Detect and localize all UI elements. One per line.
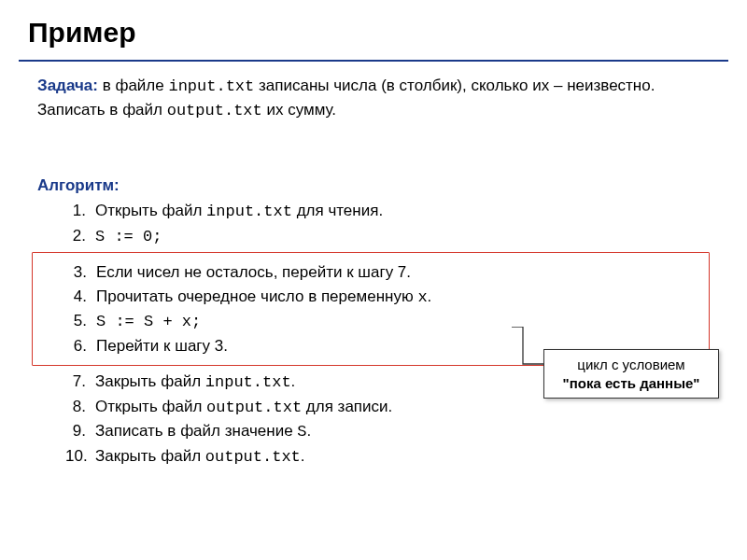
- step-text: Если чисел не осталось, перейти к шагу 7…: [96, 260, 411, 285]
- step-text-post: .: [291, 372, 296, 390]
- steps-loop: 3.Если чисел не осталось, перейти к шагу…: [38, 260, 709, 357]
- step-text: Прочитать очередное число в переменную x…: [96, 285, 431, 310]
- callout-line2: "пока есть данные": [550, 374, 712, 393]
- step-text-post: для записи.: [302, 398, 392, 415]
- task-text-1: в файле: [98, 77, 169, 94]
- step-code: input.txt: [205, 373, 291, 391]
- step-code: x: [417, 288, 427, 306]
- step-number: 2.: [65, 224, 95, 249]
- step-number: 1.: [65, 199, 95, 224]
- step-text: Записать в файл значение S.: [95, 419, 311, 444]
- callout-box: цикл с условием "пока есть данные": [543, 349, 719, 399]
- step-text-post: .: [428, 287, 432, 305]
- step-number: 10.: [65, 444, 95, 469]
- step-text-pre: Закрыть файл: [95, 447, 205, 465]
- task-statement: Задача: в файле input.txt записаны числа…: [37, 75, 710, 122]
- step-number: 9.: [65, 419, 95, 444]
- step-code: output.txt: [206, 399, 302, 416]
- step-code: output.txt: [205, 448, 301, 466]
- step-item: 9.Записать в файл значение S.: [65, 419, 710, 444]
- step-text: Перейти к шагу 3.: [96, 334, 228, 358]
- step-text-pre: Если чисел не осталось, перейти к шагу 7…: [96, 263, 411, 281]
- step-text-post: для чтения.: [292, 202, 383, 219]
- step-text-pre: Записать в файл значение: [95, 422, 297, 440]
- step-code: input.txt: [206, 203, 292, 220]
- step-item: 1.Открыть файл input.txt для чтения.: [65, 199, 710, 224]
- task-filename-1: input.txt: [168, 77, 254, 95]
- step-item: 4.Прочитать очередное число в переменную…: [66, 285, 709, 310]
- step-text-post: .: [301, 447, 305, 465]
- step-number: 3.: [66, 260, 96, 285]
- step-item: 3.Если чисел не осталось, перейти к шагу…: [66, 260, 709, 285]
- step-text-pre: Перейти к шагу 3.: [96, 337, 228, 355]
- step-number: 7.: [65, 370, 95, 395]
- step-text: Закрыть файл input.txt.: [95, 370, 295, 395]
- step-number: 6.: [66, 334, 96, 358]
- step-code: S := 0;: [95, 228, 162, 245]
- step-item: 10.Закрыть файл output.txt.: [65, 444, 710, 469]
- steps-top: 1.Открыть файл input.txt для чтения.2.S …: [37, 199, 710, 248]
- step-text-pre: Прочитать очередное число в переменную: [96, 287, 417, 305]
- step-number: 8.: [65, 395, 95, 420]
- step-code: S := S + x;: [96, 313, 201, 330]
- page-title: Пример: [28, 17, 719, 49]
- step-number: 4.: [66, 285, 96, 310]
- step-code: S: [297, 423, 306, 441]
- task-label: Задача:: [37, 77, 98, 94]
- step-item: 5.S := S + x;: [66, 309, 709, 334]
- step-item: 2.S := 0;: [65, 224, 710, 249]
- step-text: Закрыть файл output.txt.: [95, 444, 305, 469]
- algorithm-label: Алгоритм:: [37, 176, 710, 195]
- step-text: Открыть файл output.txt для записи.: [95, 395, 392, 420]
- task-filename-2: output.txt: [167, 102, 262, 119]
- step-number: 5.: [66, 309, 96, 334]
- callout-line1: цикл с условием: [550, 356, 712, 374]
- step-text-pre: Закрыть файл: [95, 372, 205, 390]
- step-text: Открыть файл input.txt для чтения.: [95, 199, 383, 224]
- step-text: S := 0;: [95, 224, 162, 249]
- step-text-pre: Открыть файл: [95, 202, 206, 219]
- task-text-3: их сумму.: [262, 101, 336, 119]
- step-text-post: .: [307, 422, 312, 440]
- step-text-pre: Открыть файл: [95, 398, 206, 415]
- step-text: S := S + x;: [96, 309, 201, 334]
